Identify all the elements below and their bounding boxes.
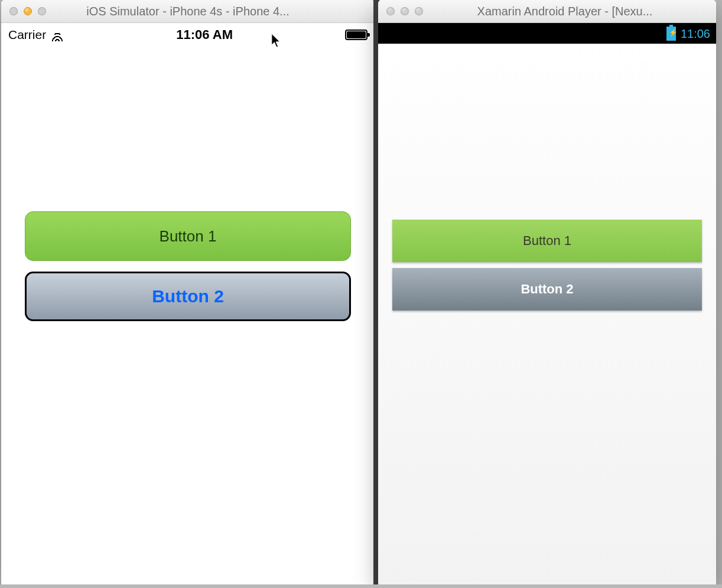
carrier-label: Carrier: [8, 28, 46, 42]
minimize-window-button[interactable]: [401, 7, 409, 15]
ios-app-content: Button 1 Button 2: [1, 46, 375, 587]
android-clock: 11:06: [681, 27, 710, 41]
zoom-window-button[interactable]: [415, 7, 423, 15]
battery-charging-icon: ⚡: [666, 27, 676, 41]
wifi-icon: [51, 30, 64, 40]
window-controls: [378, 7, 423, 15]
battery-icon: [345, 30, 367, 40]
button-2-label: Button 2: [152, 286, 224, 306]
desktop-edge: [0, 584, 722, 588]
android-window-title: Xamarin Android Player - [Nexu...: [378, 5, 716, 18]
close-window-button[interactable]: [386, 7, 395, 15]
button-1[interactable]: Button 1: [392, 220, 702, 262]
ios-status-bar: Carrier 11:06 AM: [1, 23, 375, 47]
close-window-button[interactable]: [9, 7, 18, 15]
ios-window-title: iOS Simulator - iPhone 4s - iPhone 4...: [1, 5, 375, 18]
android-window-titlebar[interactable]: Xamarin Android Player - [Nexu...: [378, 0, 716, 23]
button-1[interactable]: Button 1: [25, 211, 351, 261]
button-1-label: Button 1: [523, 233, 571, 249]
minimize-window-button[interactable]: [24, 7, 32, 15]
ios-simulator-window: iOS Simulator - iPhone 4s - iPhone 4... …: [1, 0, 375, 587]
ios-clock: 11:06 AM: [176, 27, 233, 43]
android-player-window: Xamarin Android Player - [Nexu... ⚡ 11:0…: [378, 0, 716, 587]
button-2-label: Button 2: [521, 282, 573, 297]
android-app-content: Button 1 Button 2: [378, 44, 716, 587]
android-status-bar: ⚡ 11:06: [378, 23, 716, 44]
button-1-label: Button 1: [160, 227, 217, 246]
window-controls: [1, 7, 46, 15]
button-2[interactable]: Button 2: [392, 268, 702, 311]
button-2[interactable]: Button 2: [25, 272, 351, 321]
ios-window-titlebar[interactable]: iOS Simulator - iPhone 4s - iPhone 4...: [1, 0, 375, 23]
zoom-window-button[interactable]: [38, 7, 46, 15]
